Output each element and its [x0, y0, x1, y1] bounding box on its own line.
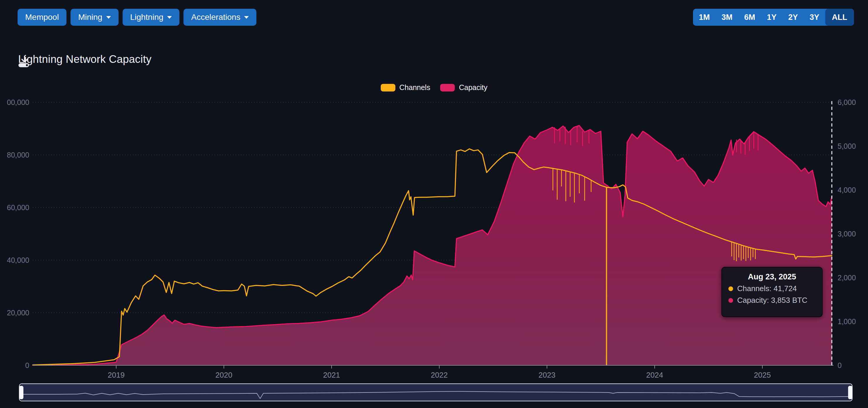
- svg-text:2024: 2024: [646, 371, 663, 379]
- svg-text:00,000: 00,000: [7, 98, 29, 106]
- svg-text:80,000: 80,000: [7, 151, 29, 159]
- svg-text:5,000: 5,000: [838, 142, 856, 150]
- y-axis-left-labels: 00,00080,00060,00040,00020,0000: [7, 98, 29, 369]
- svg-text:1,000: 1,000: [838, 317, 856, 326]
- svg-text:2025: 2025: [754, 371, 771, 379]
- minimap-handle-right[interactable]: [848, 386, 852, 399]
- capacity-area: [33, 126, 832, 365]
- svg-text:2021: 2021: [323, 371, 340, 379]
- y-axis-right-labels: 6,0005,0004,0003,0002,0001,0000: [838, 98, 856, 369]
- svg-text:40,000: 40,000: [7, 256, 29, 264]
- capacity-dot-icon: [728, 298, 733, 303]
- x-axis-labels: 2019202020212022202320242025: [108, 371, 771, 379]
- chart-tooltip: Aug 23, 2025 Channels: 41,724 Capacity: …: [721, 267, 823, 317]
- svg-text:20,000: 20,000: [7, 309, 29, 317]
- tooltip-date: Aug 23, 2025: [722, 272, 822, 281]
- svg-text:0: 0: [838, 361, 842, 369]
- tooltip-capacity-value: Capacity: 3,853 BTC: [737, 296, 807, 305]
- channels-dot-icon: [728, 286, 733, 291]
- page: Mempool Mining Lightning Accelerations 1…: [0, 0, 868, 408]
- tooltip-channels-value: Channels: 41,724: [737, 284, 797, 293]
- tooltip-row-channels: Channels: 41,724: [728, 284, 822, 293]
- svg-text:2,000: 2,000: [838, 274, 856, 282]
- svg-text:2019: 2019: [108, 371, 125, 379]
- tooltip-row-capacity: Capacity: 3,853 BTC: [728, 296, 822, 305]
- svg-text:3,000: 3,000: [838, 230, 856, 238]
- capacity-chart-canvas[interactable]: 201920202021202220232024202500,00080,000…: [0, 0, 868, 408]
- svg-text:2020: 2020: [215, 371, 232, 379]
- svg-text:60,000: 60,000: [7, 203, 29, 212]
- x-axis-ticks: [116, 365, 762, 369]
- svg-text:2023: 2023: [538, 371, 555, 379]
- svg-text:0: 0: [25, 361, 29, 369]
- minimap-handle-left[interactable]: [19, 386, 23, 399]
- svg-text:4,000: 4,000: [838, 186, 856, 194]
- svg-text:2022: 2022: [431, 371, 448, 379]
- minimap-window: [22, 384, 850, 400]
- svg-text:6,000: 6,000: [838, 98, 856, 106]
